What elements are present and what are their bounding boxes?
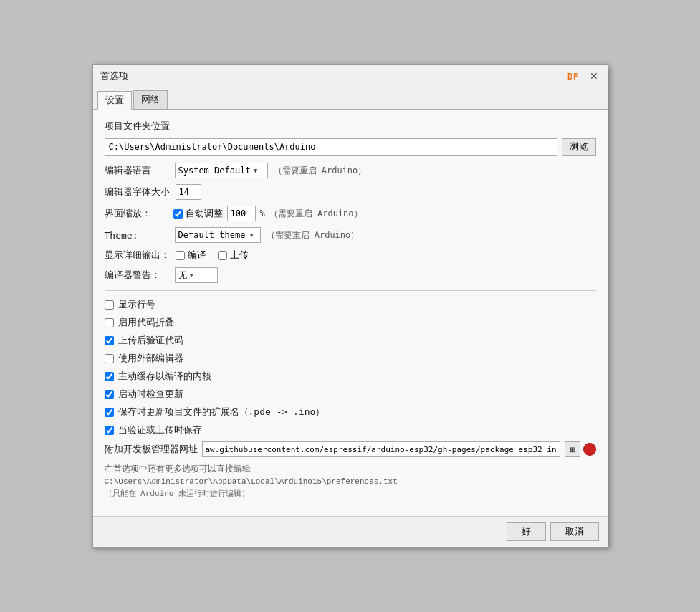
check-updates-label[interactable]: 启动时检查更新 [118, 388, 183, 401]
editor-lang-row: 编辑器语言 System Default ▼ （需要重启 Arduino） [105, 163, 596, 178]
warning-value: 无 [178, 269, 187, 282]
ok-button[interactable]: 好 [507, 522, 546, 541]
editor-lang-hint: （需要重启 Arduino） [274, 165, 367, 177]
editor-font-row: 编辑器字体大小 [105, 184, 596, 200]
enable-code-folding-label[interactable]: 启用代码折叠 [118, 316, 174, 329]
title-bar-right: DF ✕ [567, 70, 600, 82]
tab-bar: 设置 网络 [93, 87, 608, 110]
verify-upload-row: 上传后验证代码 [105, 334, 596, 347]
dialog-title: 首选项 [100, 70, 128, 82]
url-buttons: ⊞ [565, 441, 596, 457]
theme-dropdown[interactable]: Default theme ▼ [175, 227, 261, 243]
verbose-compile-label[interactable]: 编译 [188, 249, 206, 262]
aggressively-cache-label[interactable]: 主动缓存以编译的内核 [118, 370, 211, 383]
board-manager-label: 附加开发板管理器网址 [105, 443, 198, 456]
browse-button[interactable]: 浏览 [562, 138, 596, 156]
verbose-label: 显示详细输出： [105, 249, 170, 262]
show-line-numbers-checkbox[interactable] [105, 300, 114, 310]
scale-label: 界面缩放： [105, 207, 169, 220]
warning-dropdown[interactable]: 无 ▼ [175, 267, 218, 283]
verbose-upload-label[interactable]: 上传 [230, 249, 249, 262]
verify-upload-label[interactable]: 上传后验证代码 [118, 334, 183, 347]
url-edit-button[interactable]: ⊞ [565, 441, 580, 457]
editor-font-label: 编辑器字体大小 [105, 186, 170, 199]
enable-code-folding-checkbox[interactable] [105, 318, 114, 327]
editor-lang-dropdown[interactable]: System Default ▼ [175, 163, 268, 178]
code-folding-row: 启用代码折叠 [105, 316, 596, 329]
show-line-numbers-label[interactable]: 显示行号 [118, 298, 155, 311]
warning-arrow: ▼ [190, 272, 193, 279]
verbose-compile-checkbox[interactable] [176, 251, 185, 260]
theme-row: Theme: Default theme ▼ （需要重启 Arduino） [105, 227, 596, 243]
theme-label: Theme: [105, 230, 169, 241]
show-line-numbers-row: 显示行号 [105, 298, 596, 311]
scale-row: 界面缩放： 自动调整 % （需要重启 Arduino） [105, 206, 596, 221]
verbose-upload-item: 上传 [218, 249, 249, 262]
update-extensions-row: 保存时更新项目文件的扩展名（.pde -> .ino） [105, 406, 596, 419]
theme-value: Default theme [178, 230, 246, 240]
scale-auto-checkbox-item: 自动调整 [173, 207, 223, 220]
warning-row: 编译器警告： 无 ▼ [105, 267, 596, 283]
editor-lang-value: System Default [178, 166, 251, 176]
check-updates-row: 启动时检查更新 [105, 388, 596, 401]
editor-font-size-input[interactable] [176, 184, 201, 200]
use-external-editor-label[interactable]: 使用外部编辑器 [118, 352, 183, 365]
scale-auto-label[interactable]: 自动调整 [186, 207, 223, 220]
verbose-upload-checkbox[interactable] [218, 251, 227, 260]
editor-lang-label: 编辑器语言 [105, 164, 169, 177]
preferences-dialog: 首选项 DF ✕ 设置 网络 项目文件夹位置 浏览 编辑器语言 System D… [92, 64, 608, 548]
verify-upload-checkbox[interactable] [105, 336, 114, 345]
info-line2: C:\Users\Administrator\AppData\Local\Ard… [105, 477, 596, 486]
tab-settings[interactable]: 设置 [97, 91, 132, 110]
check-updates-checkbox[interactable] [105, 390, 114, 399]
aggressively-cache-row: 主动缓存以编译的内核 [105, 370, 596, 383]
update-extensions-label[interactable]: 保存时更新项目文件的扩展名（.pde -> .ino） [118, 406, 325, 419]
percent-symbol: % [260, 209, 265, 219]
close-button[interactable]: ✕ [588, 70, 600, 82]
board-manager-url-input[interactable] [202, 441, 560, 457]
project-folder-row: 浏览 [105, 138, 596, 156]
board-manager-url-row: 附加开发板管理器网址 ⊞ [105, 441, 596, 457]
tab-network[interactable]: 网络 [133, 90, 168, 109]
url-red-dot [583, 443, 596, 456]
external-editor-row: 使用外部编辑器 [105, 352, 596, 365]
scale-value-input[interactable] [227, 206, 256, 221]
bottom-bar: 好 取消 [93, 516, 608, 547]
warning-label: 编译器警告： [105, 269, 169, 282]
settings-content: 项目文件夹位置 浏览 编辑器语言 System Default ▼ （需要重启 … [93, 110, 608, 516]
info-line3: （只能在 Arduino 未运行时进行编辑） [105, 488, 596, 499]
divider1 [105, 290, 596, 291]
update-extensions-checkbox[interactable] [105, 408, 114, 417]
project-folder-label: 项目文件夹位置 [105, 120, 596, 133]
editor-lang-arrow: ▼ [254, 167, 257, 174]
verbose-compile-item: 编译 [176, 249, 206, 262]
theme-hint: （需要重启 Arduino） [267, 229, 360, 242]
save-on-verify-label[interactable]: 当验证或上传时保存 [118, 424, 202, 436]
info-line1: 在首选项中还有更多选项可以直接编辑 [105, 463, 596, 475]
verbose-row: 显示详细输出： 编译 上传 [105, 249, 596, 262]
use-external-editor-checkbox[interactable] [105, 354, 114, 363]
title-bar: 首选项 DF ✕ [93, 65, 608, 87]
brand-label: DF [567, 71, 579, 82]
save-on-verify-row: 当验证或上传时保存 [105, 424, 596, 436]
cancel-button[interactable]: 取消 [550, 522, 599, 541]
title-bar-left: 首选项 [100, 70, 128, 82]
project-folder-input[interactable] [105, 138, 557, 156]
aggressively-cache-checkbox[interactable] [105, 372, 114, 381]
save-on-verify-checkbox[interactable] [105, 426, 114, 435]
theme-arrow: ▼ [249, 231, 253, 239]
scale-hint: （需要重启 Arduino） [269, 208, 363, 220]
scale-auto-checkbox[interactable] [173, 209, 183, 219]
